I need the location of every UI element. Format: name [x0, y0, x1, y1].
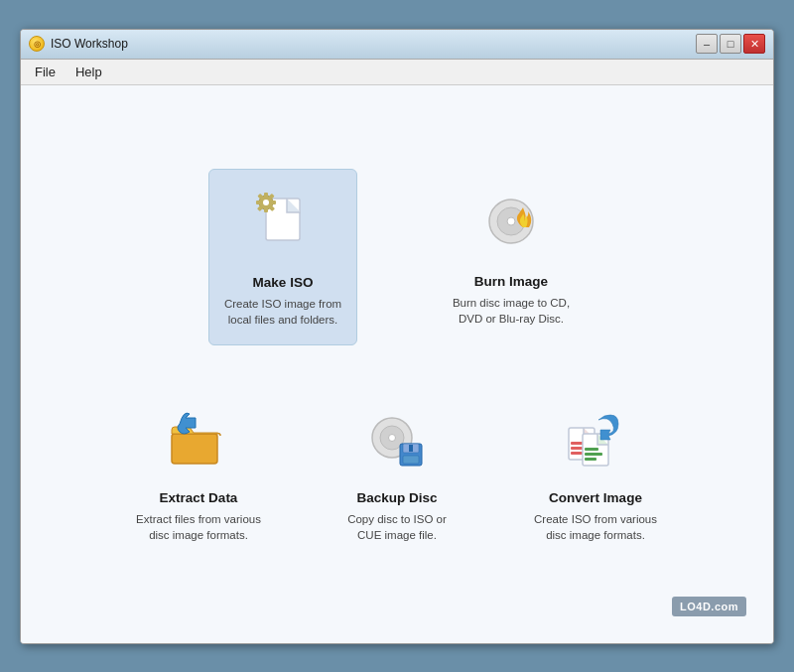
burn-image-title: Burn Image — [474, 274, 548, 289]
app-icon: ◎ — [29, 36, 45, 52]
extract-data-icon — [159, 401, 238, 480]
svg-rect-14 — [172, 434, 217, 464]
backup-disc-desc: Copy disc to ISO or CUE image file. — [334, 511, 460, 543]
convert-image-icon — [556, 401, 635, 480]
minimize-button[interactable]: – — [696, 34, 718, 54]
menu-bar: File Help — [21, 60, 773, 85]
svg-point-17 — [389, 434, 396, 441]
window-controls: – □ ✕ — [696, 34, 765, 54]
convert-image-title: Convert Image — [549, 490, 642, 505]
feature-backup-disc[interactable]: Backup Disc Copy disc to ISO or CUE imag… — [323, 385, 471, 559]
extract-data-title: Extract Data — [160, 490, 238, 505]
menu-file[interactable]: File — [25, 62, 66, 82]
svg-rect-28 — [585, 453, 602, 456]
menu-help[interactable]: Help — [66, 62, 112, 82]
main-content: Make ISO Create ISO image from local fil… — [21, 85, 773, 643]
svg-point-2 — [263, 200, 269, 205]
make-iso-desc: Create ISO image from local files and fo… — [221, 296, 344, 328]
svg-rect-25 — [571, 452, 583, 455]
bottom-feature-row: Extract Data Extract files from various … — [124, 385, 670, 559]
svg-point-13 — [507, 217, 515, 225]
feature-make-iso[interactable]: Make ISO Create ISO image from local fil… — [208, 169, 357, 344]
burn-image-icon — [471, 185, 551, 264]
title-bar: ◎ ISO Workshop – □ ✕ — [21, 30, 773, 60]
top-feature-row: Make ISO Create ISO image from local fil… — [124, 169, 670, 344]
svg-rect-4 — [264, 207, 268, 212]
svg-rect-29 — [585, 458, 596, 461]
make-iso-title: Make ISO — [253, 275, 314, 290]
svg-rect-6 — [256, 201, 261, 204]
svg-rect-27 — [585, 448, 598, 451]
svg-rect-5 — [271, 201, 276, 204]
close-button[interactable]: ✕ — [743, 34, 765, 54]
maximize-button[interactable]: □ — [720, 34, 741, 54]
watermark: LO4D.com — [672, 597, 746, 616]
extract-data-desc: Extract files from various disc image fo… — [136, 511, 261, 543]
svg-rect-3 — [264, 193, 268, 198]
make-iso-icon — [243, 186, 323, 265]
burn-image-desc: Burn disc image to CD, DVD or Blu-ray Di… — [449, 295, 574, 327]
window-title: ISO Workshop — [51, 37, 696, 51]
main-window: ◎ ISO Workshop – □ ✕ File Help — [20, 29, 774, 644]
backup-disc-title: Backup Disc — [356, 490, 437, 505]
feature-convert-image[interactable]: Convert Image Create ISO from various di… — [521, 385, 670, 559]
feature-burn-image[interactable]: Burn Image Burn disc image to CD, DVD or… — [437, 169, 586, 344]
svg-rect-20 — [409, 445, 413, 452]
backup-disc-icon — [357, 401, 437, 480]
svg-rect-21 — [403, 456, 419, 464]
feature-extract-data[interactable]: Extract Data Extract files from various … — [124, 385, 273, 559]
convert-image-desc: Create ISO from various disc image forma… — [533, 511, 658, 543]
